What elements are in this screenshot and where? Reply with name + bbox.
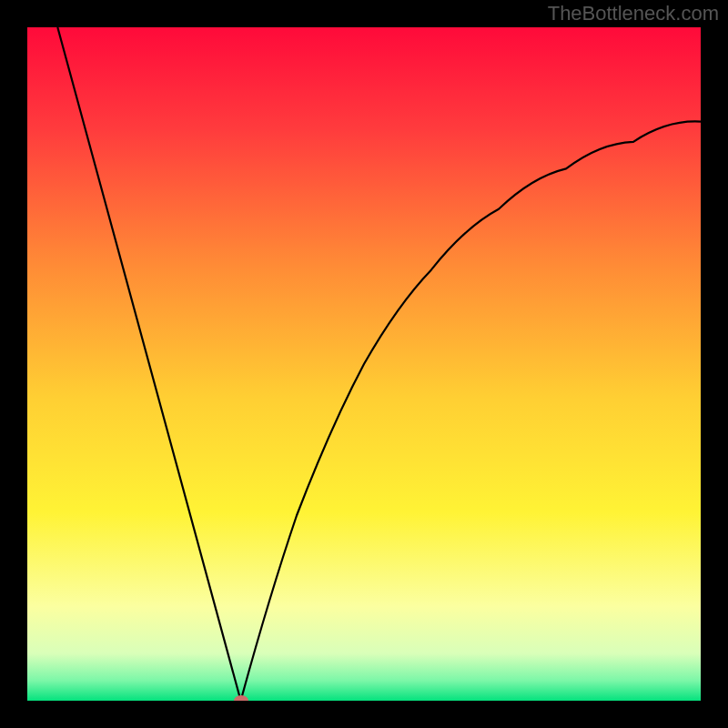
plot-svg xyxy=(27,27,701,701)
minimum-marker xyxy=(234,695,248,701)
chart-frame: TheBottleneck.com xyxy=(0,0,728,728)
plot-area xyxy=(27,27,701,701)
watermark-text: TheBottleneck.com xyxy=(548,2,719,25)
